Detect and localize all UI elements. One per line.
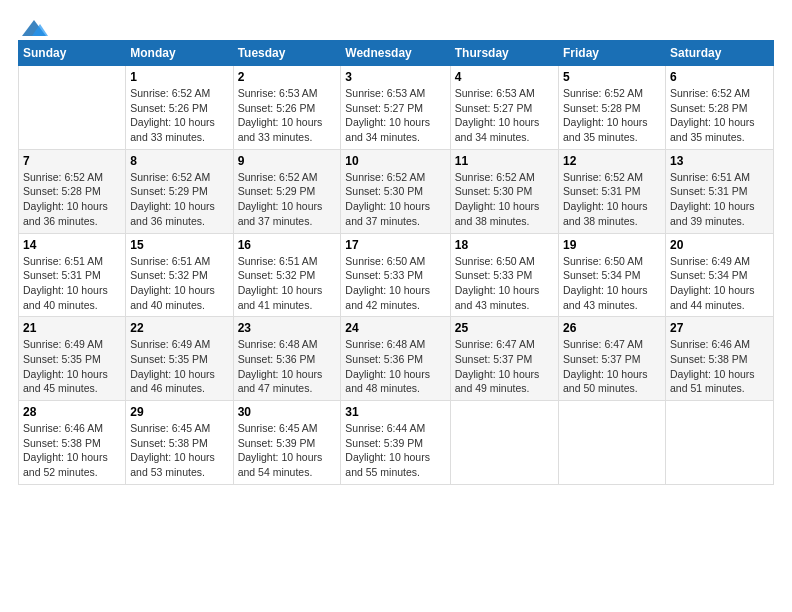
day-number: 18 [455,238,554,252]
day-number: 4 [455,70,554,84]
calendar-cell: 28Sunrise: 6:46 AMSunset: 5:38 PMDayligh… [19,401,126,485]
column-header-wednesday: Wednesday [341,41,450,66]
calendar-cell: 21Sunrise: 6:49 AMSunset: 5:35 PMDayligh… [19,317,126,401]
day-info: Sunrise: 6:51 AMSunset: 5:32 PMDaylight:… [130,254,228,313]
day-info: Sunrise: 6:52 AMSunset: 5:30 PMDaylight:… [455,170,554,229]
day-info: Sunrise: 6:50 AMSunset: 5:34 PMDaylight:… [563,254,661,313]
day-info: Sunrise: 6:52 AMSunset: 5:31 PMDaylight:… [563,170,661,229]
day-number: 6 [670,70,769,84]
day-number: 30 [238,405,337,419]
day-number: 25 [455,321,554,335]
day-info: Sunrise: 6:52 AMSunset: 5:29 PMDaylight:… [238,170,337,229]
calendar-cell: 29Sunrise: 6:45 AMSunset: 5:38 PMDayligh… [126,401,233,485]
calendar-cell: 7Sunrise: 6:52 AMSunset: 5:28 PMDaylight… [19,149,126,233]
day-info: Sunrise: 6:49 AMSunset: 5:34 PMDaylight:… [670,254,769,313]
calendar-cell: 15Sunrise: 6:51 AMSunset: 5:32 PMDayligh… [126,233,233,317]
day-number: 21 [23,321,121,335]
day-info: Sunrise: 6:53 AMSunset: 5:26 PMDaylight:… [238,86,337,145]
day-info: Sunrise: 6:51 AMSunset: 5:31 PMDaylight:… [23,254,121,313]
day-number: 9 [238,154,337,168]
calendar-cell: 13Sunrise: 6:51 AMSunset: 5:31 PMDayligh… [665,149,773,233]
logo [18,18,48,36]
day-info: Sunrise: 6:52 AMSunset: 5:30 PMDaylight:… [345,170,445,229]
calendar-cell [450,401,558,485]
calendar-cell: 23Sunrise: 6:48 AMSunset: 5:36 PMDayligh… [233,317,341,401]
calendar-cell: 19Sunrise: 6:50 AMSunset: 5:34 PMDayligh… [558,233,665,317]
column-header-thursday: Thursday [450,41,558,66]
day-number: 31 [345,405,445,419]
day-number: 22 [130,321,228,335]
day-number: 20 [670,238,769,252]
day-number: 19 [563,238,661,252]
calendar-table: SundayMondayTuesdayWednesdayThursdayFrid… [18,40,774,485]
column-header-saturday: Saturday [665,41,773,66]
day-number: 3 [345,70,445,84]
day-info: Sunrise: 6:47 AMSunset: 5:37 PMDaylight:… [563,337,661,396]
calendar-cell: 4Sunrise: 6:53 AMSunset: 5:27 PMDaylight… [450,66,558,150]
day-number: 8 [130,154,228,168]
calendar-cell: 16Sunrise: 6:51 AMSunset: 5:32 PMDayligh… [233,233,341,317]
day-number: 11 [455,154,554,168]
day-number: 26 [563,321,661,335]
calendar-cell: 25Sunrise: 6:47 AMSunset: 5:37 PMDayligh… [450,317,558,401]
day-number: 12 [563,154,661,168]
calendar-cell: 30Sunrise: 6:45 AMSunset: 5:39 PMDayligh… [233,401,341,485]
day-number: 24 [345,321,445,335]
day-number: 15 [130,238,228,252]
day-info: Sunrise: 6:48 AMSunset: 5:36 PMDaylight:… [345,337,445,396]
column-header-friday: Friday [558,41,665,66]
day-number: 5 [563,70,661,84]
day-info: Sunrise: 6:50 AMSunset: 5:33 PMDaylight:… [455,254,554,313]
calendar-week-row: 28Sunrise: 6:46 AMSunset: 5:38 PMDayligh… [19,401,774,485]
calendar-cell: 20Sunrise: 6:49 AMSunset: 5:34 PMDayligh… [665,233,773,317]
calendar-cell: 11Sunrise: 6:52 AMSunset: 5:30 PMDayligh… [450,149,558,233]
day-info: Sunrise: 6:49 AMSunset: 5:35 PMDaylight:… [23,337,121,396]
day-info: Sunrise: 6:48 AMSunset: 5:36 PMDaylight:… [238,337,337,396]
day-info: Sunrise: 6:45 AMSunset: 5:38 PMDaylight:… [130,421,228,480]
day-number: 17 [345,238,445,252]
calendar-cell: 10Sunrise: 6:52 AMSunset: 5:30 PMDayligh… [341,149,450,233]
day-number: 7 [23,154,121,168]
column-header-sunday: Sunday [19,41,126,66]
day-info: Sunrise: 6:53 AMSunset: 5:27 PMDaylight:… [345,86,445,145]
day-number: 23 [238,321,337,335]
day-number: 14 [23,238,121,252]
calendar-cell: 14Sunrise: 6:51 AMSunset: 5:31 PMDayligh… [19,233,126,317]
day-number: 27 [670,321,769,335]
day-number: 2 [238,70,337,84]
calendar-cell: 9Sunrise: 6:52 AMSunset: 5:29 PMDaylight… [233,149,341,233]
calendar-cell [665,401,773,485]
day-info: Sunrise: 6:52 AMSunset: 5:26 PMDaylight:… [130,86,228,145]
day-info: Sunrise: 6:46 AMSunset: 5:38 PMDaylight:… [23,421,121,480]
day-number: 1 [130,70,228,84]
calendar-cell: 1Sunrise: 6:52 AMSunset: 5:26 PMDaylight… [126,66,233,150]
day-info: Sunrise: 6:52 AMSunset: 5:28 PMDaylight:… [563,86,661,145]
calendar-cell: 17Sunrise: 6:50 AMSunset: 5:33 PMDayligh… [341,233,450,317]
page-container: SundayMondayTuesdayWednesdayThursdayFrid… [0,0,792,495]
day-number: 16 [238,238,337,252]
calendar-cell: 8Sunrise: 6:52 AMSunset: 5:29 PMDaylight… [126,149,233,233]
day-number: 13 [670,154,769,168]
day-info: Sunrise: 6:53 AMSunset: 5:27 PMDaylight:… [455,86,554,145]
calendar-header-row: SundayMondayTuesdayWednesdayThursdayFrid… [19,41,774,66]
column-header-monday: Monday [126,41,233,66]
calendar-week-row: 7Sunrise: 6:52 AMSunset: 5:28 PMDaylight… [19,149,774,233]
day-info: Sunrise: 6:52 AMSunset: 5:29 PMDaylight:… [130,170,228,229]
logo-icon [20,18,48,40]
day-info: Sunrise: 6:51 AMSunset: 5:32 PMDaylight:… [238,254,337,313]
day-number: 10 [345,154,445,168]
calendar-cell: 31Sunrise: 6:44 AMSunset: 5:39 PMDayligh… [341,401,450,485]
calendar-week-row: 14Sunrise: 6:51 AMSunset: 5:31 PMDayligh… [19,233,774,317]
day-info: Sunrise: 6:44 AMSunset: 5:39 PMDaylight:… [345,421,445,480]
calendar-cell [558,401,665,485]
calendar-cell: 22Sunrise: 6:49 AMSunset: 5:35 PMDayligh… [126,317,233,401]
calendar-cell: 2Sunrise: 6:53 AMSunset: 5:26 PMDaylight… [233,66,341,150]
calendar-cell: 18Sunrise: 6:50 AMSunset: 5:33 PMDayligh… [450,233,558,317]
calendar-cell: 3Sunrise: 6:53 AMSunset: 5:27 PMDaylight… [341,66,450,150]
calendar-cell: 26Sunrise: 6:47 AMSunset: 5:37 PMDayligh… [558,317,665,401]
column-header-tuesday: Tuesday [233,41,341,66]
day-info: Sunrise: 6:46 AMSunset: 5:38 PMDaylight:… [670,337,769,396]
day-info: Sunrise: 6:51 AMSunset: 5:31 PMDaylight:… [670,170,769,229]
day-info: Sunrise: 6:52 AMSunset: 5:28 PMDaylight:… [23,170,121,229]
calendar-cell: 6Sunrise: 6:52 AMSunset: 5:28 PMDaylight… [665,66,773,150]
